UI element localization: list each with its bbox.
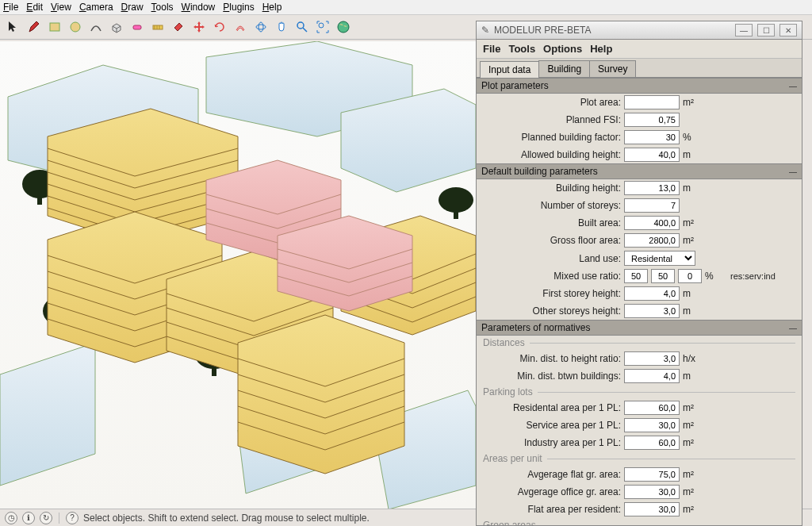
menu-help[interactable]: Help xyxy=(262,2,282,13)
status-icon-1[interactable]: ◷ xyxy=(5,512,17,524)
menu-camera[interactable]: Camera xyxy=(79,2,113,13)
bheight-input[interactable] xyxy=(624,181,680,195)
pencil-tool-icon[interactable] xyxy=(25,18,43,36)
tab-input-data[interactable]: Input data xyxy=(480,61,539,78)
dist-btwb-input[interactable] xyxy=(624,369,680,383)
plot-area-label: Plot area: xyxy=(483,97,621,108)
pan-tool-icon[interactable] xyxy=(273,18,290,36)
panel-menu-file[interactable]: File xyxy=(483,43,500,55)
pushpull-tool-icon[interactable] xyxy=(108,18,125,36)
storeys-input[interactable] xyxy=(624,198,680,213)
tab-building[interactable]: Building xyxy=(538,60,590,77)
maximize-button[interactable]: ☐ xyxy=(757,24,775,36)
mixed-c-input[interactable] xyxy=(678,269,702,283)
status-help-icon[interactable]: ? xyxy=(66,512,79,524)
panel-body: Plot parameters — Plot area:m² Planned F… xyxy=(477,78,802,525)
modelur-panel: ✎ MODELUR PRE-BETA — ☐ ✕ File Tools Opti… xyxy=(476,21,802,526)
rectangle-tool-icon[interactable] xyxy=(46,18,63,36)
paint-tool-icon[interactable] xyxy=(170,18,187,36)
avg-flat-input[interactable] xyxy=(624,467,680,482)
model-viewport[interactable] xyxy=(0,41,476,509)
menu-draw[interactable]: Draw xyxy=(121,2,144,13)
land-use-select[interactable]: Residental xyxy=(624,251,695,266)
section-building-label: Default building parameters xyxy=(481,166,598,177)
collapse-icon[interactable]: — xyxy=(789,82,797,90)
menu-view[interactable]: View xyxy=(51,2,71,13)
svg-point-4 xyxy=(256,25,266,29)
panel-menu-options[interactable]: Options xyxy=(543,43,582,55)
eraser-tool-icon[interactable] xyxy=(128,18,146,36)
planned-bf-input[interactable] xyxy=(624,130,680,144)
collapse-icon[interactable]: — xyxy=(789,324,797,332)
arc-tool-icon[interactable] xyxy=(87,18,105,36)
section-plot-parameters[interactable]: Plot parameters — xyxy=(477,78,802,94)
close-button[interactable]: ✕ xyxy=(779,24,797,36)
panel-titlebar[interactable]: ✎ MODELUR PRE-BETA — ☐ ✕ xyxy=(477,21,802,40)
svg-rect-16 xyxy=(37,192,42,205)
res-pl-input[interactable] xyxy=(624,401,680,415)
panel-app-icon: ✎ xyxy=(481,25,489,36)
first-storey-label: First storey height: xyxy=(483,288,621,299)
svg-rect-0 xyxy=(50,23,59,31)
svc-pl-input[interactable] xyxy=(624,418,680,432)
mixed-suffix: res:serv:ind xyxy=(730,271,776,281)
first-storey-input[interactable] xyxy=(624,286,680,301)
gfa-input[interactable] xyxy=(624,233,680,248)
plot-area-unit: m² xyxy=(683,97,705,108)
zoom-extents-tool-icon[interactable] xyxy=(314,18,331,36)
planned-fsi-label: Planned FSI: xyxy=(483,114,621,125)
flat-per-res-input[interactable] xyxy=(624,502,680,516)
menu-tools[interactable]: Tools xyxy=(151,2,174,13)
orbit-tool-icon[interactable] xyxy=(252,18,270,36)
svg-rect-24 xyxy=(454,208,458,219)
mixed-a-input[interactable] xyxy=(624,269,648,283)
menu-window[interactable]: Window xyxy=(182,2,216,13)
svg-marker-12 xyxy=(0,343,95,486)
circle-tool-icon[interactable] xyxy=(67,18,84,36)
allowed-height-label: Allowed building height: xyxy=(483,149,621,160)
section-building-parameters[interactable]: Default building parameters — xyxy=(477,163,802,179)
menu-plugins[interactable]: Plugins xyxy=(223,2,254,13)
svc-pl-label: Service area per 1 PL: xyxy=(483,420,621,431)
mixed-label: Mixed use ratio: xyxy=(483,271,621,282)
svg-point-6 xyxy=(297,22,304,29)
planned-fsi-input[interactable] xyxy=(624,113,680,127)
bheight-label: Building height: xyxy=(483,182,621,194)
status-icon-3[interactable]: ↻ xyxy=(40,512,52,524)
sub-areas: Areas per unit xyxy=(477,451,802,466)
other-storeys-input[interactable] xyxy=(624,304,680,318)
mixed-b-input[interactable] xyxy=(651,269,675,283)
select-tool-icon[interactable] xyxy=(5,18,22,36)
offset-tool-icon[interactable] xyxy=(232,18,249,36)
globe-tool-icon[interactable] xyxy=(335,18,352,36)
avg-flat-label: Avgerage flat gr. area: xyxy=(483,469,621,480)
section-normatives[interactable]: Parameters of normatives — xyxy=(477,320,802,336)
zoom-tool-icon[interactable] xyxy=(293,18,311,36)
collapse-icon[interactable]: — xyxy=(789,167,797,176)
ind-pl-input[interactable] xyxy=(624,436,680,450)
minimize-button[interactable]: — xyxy=(735,24,753,36)
land-use-label: Land use: xyxy=(483,253,621,264)
move-tool-icon[interactable] xyxy=(190,18,208,36)
sub-distances: Distances xyxy=(477,336,802,350)
built-area-input[interactable] xyxy=(624,216,680,230)
menu-file[interactable]: File xyxy=(3,2,18,13)
tape-tool-icon[interactable] xyxy=(149,18,167,36)
panel-menu-help[interactable]: Help xyxy=(590,43,612,55)
rotate-tool-icon[interactable] xyxy=(211,18,228,36)
panel-menu-tools[interactable]: Tools xyxy=(508,43,535,55)
svg-marker-31 xyxy=(278,216,412,311)
gfa-label: Gross floor area: xyxy=(483,235,621,246)
status-icon-2[interactable]: ℹ xyxy=(22,512,35,524)
svg-rect-2 xyxy=(133,25,141,29)
tab-survey[interactable]: Survey xyxy=(589,60,636,77)
dist-ratio-input[interactable] xyxy=(624,351,680,366)
scene-illustration xyxy=(0,41,476,509)
res-pl-label: Residental area per 1 PL: xyxy=(483,402,621,413)
plot-area-input[interactable] xyxy=(624,95,680,109)
menu-edit[interactable]: Edit xyxy=(26,2,43,13)
allowed-height-input[interactable] xyxy=(624,148,680,162)
sub-parking: Parking lots xyxy=(477,385,802,399)
avg-office-input[interactable] xyxy=(624,485,680,499)
main-menubar: File Edit View Camera Draw Tools Window … xyxy=(0,0,812,15)
